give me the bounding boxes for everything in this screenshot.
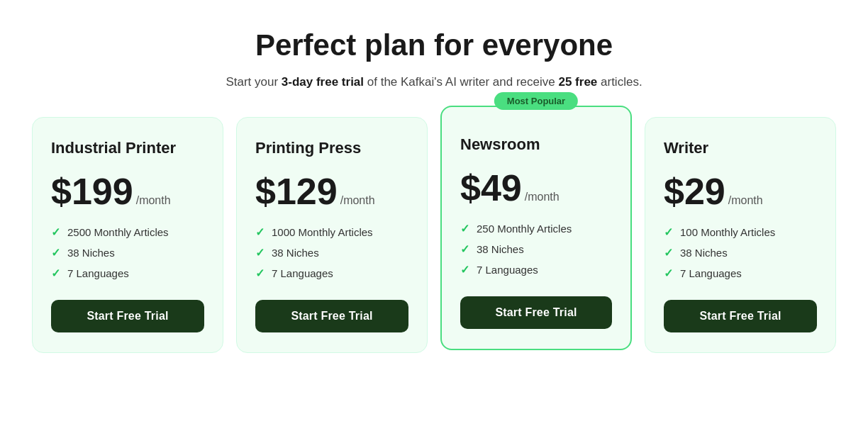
cta-button-newsroom[interactable]: Start Free Trial bbox=[460, 296, 612, 329]
check-icon: ✓ bbox=[51, 246, 60, 259]
plan-period: /month bbox=[525, 191, 560, 203]
page-header: Perfect plan for everyone Start your 3-d… bbox=[226, 28, 642, 91]
feature-text: 7 Languages bbox=[680, 267, 742, 279]
feature-text: 7 Languages bbox=[67, 267, 129, 279]
plan-features: ✓ 1000 Monthly Articles ✓ 38 Niches ✓ 7 … bbox=[255, 225, 408, 280]
plans-container: Industrial Printer $199 /month ✓ 2500 Mo… bbox=[23, 117, 845, 353]
feature-text: 100 Monthly Articles bbox=[680, 226, 775, 238]
plan-features: ✓ 2500 Monthly Articles ✓ 38 Niches ✓ 7 … bbox=[51, 225, 204, 280]
cta-button-writer[interactable]: Start Free Trial bbox=[664, 300, 817, 332]
plan-price: $129 /month bbox=[255, 173, 408, 210]
feature-text: 38 Niches bbox=[680, 247, 728, 259]
plan-name: Writer bbox=[664, 139, 817, 157]
feature-item: ✓ 38 Niches bbox=[51, 246, 204, 259]
plan-name: Industrial Printer bbox=[51, 139, 204, 157]
check-icon: ✓ bbox=[255, 225, 265, 239]
plan-features: ✓ 100 Monthly Articles ✓ 38 Niches ✓ 7 L… bbox=[664, 225, 817, 280]
plan-period: /month bbox=[340, 194, 375, 207]
feature-text: 7 Languages bbox=[477, 264, 538, 276]
plan-name: Printing Press bbox=[255, 139, 408, 157]
feature-text: 7 Languages bbox=[272, 267, 333, 279]
plan-card-newsroom: Most Popular Newsroom $49 /month ✓ 250 M… bbox=[440, 106, 632, 350]
feature-text: 2500 Monthly Articles bbox=[67, 226, 169, 238]
plan-card-printing-press: Printing Press $129 /month ✓ 1000 Monthl… bbox=[236, 117, 428, 353]
plan-price: $199 /month bbox=[51, 173, 204, 210]
feature-text: 38 Niches bbox=[477, 243, 524, 255]
plan-amount: $29 bbox=[664, 173, 725, 210]
feature-item: ✓ 2500 Monthly Articles bbox=[51, 225, 204, 239]
plan-period: /month bbox=[136, 194, 171, 207]
plan-price: $49 /month bbox=[460, 169, 612, 206]
check-icon: ✓ bbox=[664, 225, 673, 239]
feature-text: 38 Niches bbox=[67, 247, 115, 259]
cta-button-printing-press[interactable]: Start Free Trial bbox=[255, 300, 408, 332]
check-icon: ✓ bbox=[255, 246, 265, 259]
feature-item: ✓ 38 Niches bbox=[664, 246, 817, 259]
feature-item: ✓ 7 Languages bbox=[664, 267, 817, 280]
check-icon: ✓ bbox=[51, 267, 60, 280]
plan-card-industrial-printer: Industrial Printer $199 /month ✓ 2500 Mo… bbox=[32, 117, 223, 353]
feature-item: ✓ 250 Monthly Articles bbox=[460, 222, 612, 235]
check-icon: ✓ bbox=[51, 225, 60, 239]
plan-amount: $129 bbox=[255, 173, 338, 210]
feature-item: ✓ 38 Niches bbox=[255, 246, 408, 259]
check-icon: ✓ bbox=[664, 246, 673, 259]
page-title: Perfect plan for everyone bbox=[226, 28, 642, 62]
check-icon: ✓ bbox=[255, 267, 265, 280]
feature-item: ✓ 100 Monthly Articles bbox=[664, 225, 817, 239]
feature-item: ✓ 7 Languages bbox=[51, 267, 204, 280]
feature-text: 38 Niches bbox=[272, 247, 319, 259]
check-icon: ✓ bbox=[460, 263, 469, 276]
plan-card-writer: Writer $29 /month ✓ 100 Monthly Articles… bbox=[645, 117, 836, 353]
plan-price: $29 /month bbox=[664, 173, 817, 210]
feature-item: ✓ 7 Languages bbox=[255, 267, 408, 280]
page-subtitle: Start your 3-day free trial of the Kafka… bbox=[226, 72, 642, 91]
feature-item: ✓ 1000 Monthly Articles bbox=[255, 225, 408, 239]
check-icon: ✓ bbox=[460, 222, 469, 235]
feature-text: 1000 Monthly Articles bbox=[272, 226, 373, 238]
check-icon: ✓ bbox=[460, 242, 469, 256]
plan-name: Newsroom bbox=[460, 135, 612, 154]
check-icon: ✓ bbox=[664, 267, 673, 280]
popular-badge-wrapper: Most Popular bbox=[494, 94, 578, 107]
plan-amount: $49 bbox=[460, 169, 522, 206]
feature-text: 250 Monthly Articles bbox=[477, 223, 572, 235]
plan-features: ✓ 250 Monthly Articles ✓ 38 Niches ✓ 7 L… bbox=[460, 222, 612, 276]
cta-button-industrial-printer[interactable]: Start Free Trial bbox=[51, 300, 204, 332]
feature-item: ✓ 7 Languages bbox=[460, 263, 612, 276]
feature-item: ✓ 38 Niches bbox=[460, 242, 612, 256]
plan-amount: $199 bbox=[51, 173, 133, 210]
popular-badge: Most Popular bbox=[494, 92, 578, 110]
plan-period: /month bbox=[728, 194, 763, 207]
